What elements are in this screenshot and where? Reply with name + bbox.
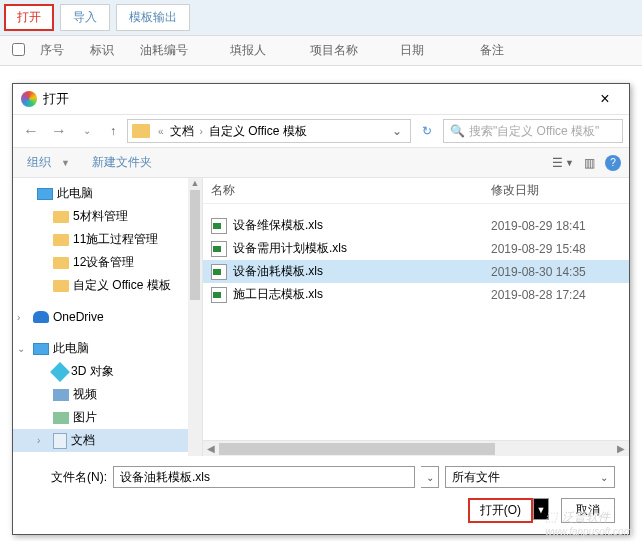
preview-pane-button[interactable]: ▥ bbox=[584, 156, 595, 170]
list-icon: ☰ bbox=[552, 156, 563, 170]
file-list-headers: 名称 修改日期 bbox=[203, 178, 629, 204]
chevron-down-icon: ▼ bbox=[565, 158, 574, 168]
folder-icon bbox=[53, 234, 69, 246]
organize-button[interactable]: 组织 bbox=[21, 152, 57, 173]
collapse-icon[interactable]: ⌄ bbox=[17, 343, 29, 354]
open-dropdown[interactable]: ▼ bbox=[533, 498, 549, 520]
col-filler[interactable]: 填报人 bbox=[222, 42, 302, 59]
filename-input[interactable]: 设备油耗模板.xls bbox=[113, 466, 415, 488]
dialog-titlebar: 打开 × bbox=[13, 84, 629, 115]
tree-scrollbar[interactable]: ▲ bbox=[188, 178, 202, 456]
header-name[interactable]: 名称 bbox=[211, 182, 491, 199]
chevron-down-icon[interactable]: ▼ bbox=[57, 158, 74, 168]
open-button[interactable]: 打开 bbox=[4, 4, 54, 31]
cancel-button[interactable]: 取消 bbox=[561, 498, 615, 523]
tree-pictures[interactable]: 图片 bbox=[13, 406, 202, 429]
video-icon bbox=[53, 389, 69, 401]
tree-this-pc[interactable]: ⌄此电脑 bbox=[13, 337, 202, 360]
file-row[interactable]: 施工日志模板.xls 2019-08-28 17:24 bbox=[203, 283, 629, 306]
scroll-up-icon[interactable]: ▲ bbox=[188, 178, 202, 188]
chevron-down-icon: ⌄ bbox=[600, 472, 608, 483]
expand-icon[interactable]: › bbox=[17, 312, 29, 323]
main-toolbar: 打开 导入 模板输出 bbox=[0, 0, 642, 35]
tree-folder-1[interactable]: 5材料管理 bbox=[13, 205, 202, 228]
file-type-filter[interactable]: 所有文件 ⌄ bbox=[445, 466, 615, 488]
tree-folder-3[interactable]: 12设备管理 bbox=[13, 251, 202, 274]
folder-icon bbox=[53, 280, 69, 292]
scroll-left-icon[interactable]: ◀ bbox=[203, 443, 219, 454]
preview-icon: ▥ bbox=[584, 156, 595, 170]
xls-icon bbox=[211, 287, 227, 303]
select-all-checkbox[interactable] bbox=[12, 43, 25, 56]
tree-onedrive[interactable]: ›OneDrive bbox=[13, 307, 202, 327]
col-code[interactable]: 油耗编号 bbox=[132, 42, 222, 59]
search-placeholder: 搜索"自定义 Office 模板" bbox=[469, 123, 616, 140]
file-row[interactable]: 设备需用计划模板.xls 2019-08-29 15:48 bbox=[203, 237, 629, 260]
grid-column-headers: 序号 标识 油耗编号 填报人 项目名称 日期 备注 bbox=[0, 35, 642, 66]
expand-icon[interactable]: › bbox=[37, 435, 49, 446]
tree-videos[interactable]: 视频 bbox=[13, 383, 202, 406]
refresh-button[interactable]: ↻ bbox=[415, 124, 439, 138]
search-icon: 🔍 bbox=[450, 124, 465, 138]
document-icon bbox=[53, 433, 67, 449]
open-file-button[interactable]: 打开(O) bbox=[468, 498, 533, 523]
file-row[interactable]: 设备维保模板.xls 2019-08-29 18:41 bbox=[203, 214, 629, 237]
col-seq[interactable]: 序号 bbox=[32, 42, 82, 59]
col-date[interactable]: 日期 bbox=[392, 42, 472, 59]
pc-icon bbox=[37, 188, 53, 200]
back-button[interactable]: ← bbox=[19, 119, 43, 143]
folder-icon bbox=[53, 211, 69, 223]
xls-icon bbox=[211, 264, 227, 280]
folder-icon bbox=[53, 257, 69, 269]
dialog-title: 打开 bbox=[43, 90, 589, 108]
file-list: 设备维保模板.xls 2019-08-29 18:41 设备需用计划模板.xls… bbox=[203, 204, 629, 440]
path-seg-2[interactable]: 自定义 Office 模板 bbox=[207, 123, 309, 140]
main-split: 此电脑 5材料管理 11施工过程管理 12设备管理 自定义 Office 模板 … bbox=[13, 178, 629, 456]
scroll-right-icon[interactable]: ▶ bbox=[613, 443, 629, 454]
scroll-thumb[interactable] bbox=[190, 190, 200, 300]
col-project[interactable]: 项目名称 bbox=[302, 42, 392, 59]
picture-icon bbox=[53, 412, 69, 424]
header-date[interactable]: 修改日期 bbox=[491, 182, 621, 199]
chevron-right-icon: « bbox=[154, 126, 168, 137]
path-seg-1[interactable]: 文档 bbox=[168, 123, 196, 140]
file-open-dialog: 打开 × ← → ⌄ ↑ « 文档 › 自定义 Office 模板 ⌄ ↻ 🔍 … bbox=[12, 83, 630, 535]
file-list-pane: 名称 修改日期 设备维保模板.xls 2019-08-29 18:41 设备需用… bbox=[203, 178, 629, 456]
tree-folder-2[interactable]: 11施工过程管理 bbox=[13, 228, 202, 251]
file-row-selected[interactable]: 设备油耗模板.xls 2019-08-30 14:35 bbox=[203, 260, 629, 283]
search-input[interactable]: 🔍 搜索"自定义 Office 模板" bbox=[443, 119, 623, 143]
new-folder-button[interactable]: 新建文件夹 bbox=[86, 152, 158, 173]
path-dropdown[interactable]: ⌄ bbox=[388, 124, 406, 138]
xls-icon bbox=[211, 241, 227, 257]
chevron-right-icon: › bbox=[196, 126, 207, 137]
nav-bar: ← → ⌄ ↑ « 文档 › 自定义 Office 模板 ⌄ ↻ 🔍 搜索"自定… bbox=[13, 115, 629, 147]
folder-tree: 此电脑 5材料管理 11施工过程管理 12设备管理 自定义 Office 模板 … bbox=[13, 178, 203, 456]
import-button[interactable]: 导入 bbox=[60, 4, 110, 31]
history-dropdown[interactable]: ⌄ bbox=[75, 119, 99, 143]
scroll-thumb[interactable] bbox=[219, 443, 495, 455]
tree-documents[interactable]: ›文档 bbox=[13, 429, 202, 452]
help-button[interactable]: ? bbox=[605, 155, 621, 171]
close-icon[interactable]: × bbox=[589, 90, 621, 108]
cloud-icon bbox=[33, 311, 49, 323]
cube-icon bbox=[50, 362, 70, 382]
forward-button[interactable]: → bbox=[47, 119, 71, 143]
scroll-track[interactable] bbox=[219, 443, 613, 455]
up-button[interactable]: ↑ bbox=[103, 121, 123, 141]
tree-3d-objects[interactable]: 3D 对象 bbox=[13, 360, 202, 383]
breadcrumb[interactable]: « 文档 › 自定义 Office 模板 ⌄ bbox=[127, 119, 411, 143]
dialog-footer: 文件名(N): 设备油耗模板.xls ⌄ 所有文件 ⌄ 打开(O) ▼ 取消 bbox=[13, 456, 629, 533]
tree-this-pc-top[interactable]: 此电脑 bbox=[13, 182, 202, 205]
horizontal-scrollbar[interactable]: ◀ ▶ bbox=[203, 440, 629, 456]
app-icon bbox=[21, 91, 37, 107]
xls-icon bbox=[211, 218, 227, 234]
view-mode-button[interactable]: ☰ ▼ bbox=[552, 156, 574, 170]
tree-folder-4[interactable]: 自定义 Office 模板 bbox=[13, 274, 202, 297]
pc-icon bbox=[33, 343, 49, 355]
col-remark[interactable]: 备注 bbox=[472, 42, 532, 59]
col-mark[interactable]: 标识 bbox=[82, 42, 132, 59]
filename-dropdown[interactable]: ⌄ bbox=[421, 466, 439, 488]
folder-icon bbox=[132, 124, 150, 138]
filename-label: 文件名(N): bbox=[27, 469, 107, 486]
template-export-button[interactable]: 模板输出 bbox=[116, 4, 190, 31]
